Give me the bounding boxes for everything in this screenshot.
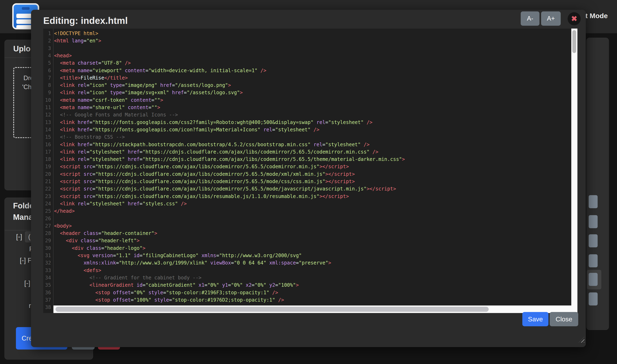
code-line: 35 <linearGradient id="cabinetGradient" … [43,281,577,289]
right-side-panel [586,38,609,330]
folder-card-title-line2: Mana [13,213,33,222]
folder-tree-item[interactable]: r [29,302,31,310]
code-line: 18 <link rel="stylesheet" href="https://… [43,156,577,163]
code-editor[interactable]: 1<!DOCTYPE html>2<html lang="en">34<head… [43,28,577,313]
panel-action-button[interactable] [589,195,598,208]
panel-action-button[interactable] [589,273,598,286]
code-line: 22 <script src="https://cdnjs.cloudflare… [43,185,577,193]
code-line: 30 <div class="header-logo"> [43,245,577,252]
code-line: 17 <link rel="stylesheet" href="https://… [43,148,577,156]
code-line: 31 <svg version="1.1" id="filingCabinetL… [43,252,577,260]
panel-action-button[interactable] [589,254,598,267]
code-line: 2<html lang="en"> [43,37,577,45]
code-line: 5 <meta charset="UTF-8" /> [43,59,577,67]
code-line: 32 xmlns:xlink="http://www.w3.org/1999/x… [43,259,577,267]
dropzone-text-line2: 'Ch [22,83,32,91]
editor-modal: Editing: index.html A- A+ ✖ 1<!DOCTYPE h… [31,10,586,347]
code-line: 23 <script src="https://cdnjs.cloudflare… [43,193,577,200]
save-button[interactable]: Save [522,312,549,326]
code-line: 12 <!-- Google Fonts and Material Icons … [43,111,577,119]
code-line: 10 <meta name="csrf-token" content=""> [43,96,577,104]
close-button[interactable]: Close [550,312,578,326]
modal-title: Editing: index.html [43,15,128,26]
horizontal-scrollbar-thumb[interactable] [55,307,489,312]
code-line: 9 <link rel="icon" type="image/svg+xml" … [43,89,577,96]
code-line: 29 <div class="header-left"> [43,237,577,245]
upload-card-title: Uplo [13,43,30,54]
code-line: 3 [43,45,577,52]
font-increase-button[interactable]: A+ [541,12,561,26]
panel-action-button[interactable] [589,292,598,305]
code-line: 27<body> [43,222,577,230]
code-line: 36 <stop offset="0%" style="stop-color:#… [43,289,577,297]
code-line: 15 <!-- Bootstrap CSS --> [43,133,577,141]
folder-tree-item[interactable]: [-] F [20,257,32,264]
folder-card-title-line1: Folde [13,201,34,210]
code-line: 20 <script src="https://cdnjs.cloudflare… [43,170,577,178]
code-line: 28 <header class="header-container"> [43,230,577,237]
code-line: 34 <!-- Gradient for the cabinet body --… [43,274,577,282]
logo-drawer-handle [22,7,30,10]
code-line: 37 <stop offset="100%" style="stop-color… [43,296,577,304]
vertical-scrollbar-thumb[interactable] [572,30,576,53]
theme-mode-toggle-label[interactable]: t Mode [585,12,608,20]
code-line: 26 [43,215,577,222]
code-line: 7 <title>FileRise</title> [43,74,577,82]
close-icon[interactable]: ✖ [568,12,581,25]
code-line: 6 <meta name="viewport" content="width=d… [43,67,577,74]
code-line: 4<head> [43,52,577,60]
panel-action-button[interactable] [589,234,598,247]
code-line: 25</head> [43,208,577,215]
code-line: 14 <link href="https://fonts.googleapis.… [43,126,577,134]
code-line: 8 <link rel="icon" type="image/png" href… [43,82,577,89]
code-line: 24 <link rel="stylesheet" href="styles.c… [43,200,577,208]
code-line: 33 <defs> [43,267,577,274]
code-line: 16 <link href="https://stackpath.bootstr… [43,141,577,148]
code-line: 21 <script src="https://cdnjs.cloudflare… [43,178,577,185]
panel-action-button[interactable] [589,215,598,228]
folder-tree-item[interactable]: [-] [24,279,30,287]
code-line: 19 <script src="https://cdnjs.cloudflare… [43,163,577,170]
code-line: 1<!DOCTYPE html> [43,30,577,37]
font-decrease-button[interactable]: A- [521,12,539,26]
code-line: 13 <link href="https://fonts.googleapis.… [43,119,577,126]
code-line: 11 <meta name="share-url" content=""> [43,104,577,111]
resize-grip-icon[interactable] [579,337,584,343]
vertical-scrollbar-track[interactable] [571,28,577,313]
